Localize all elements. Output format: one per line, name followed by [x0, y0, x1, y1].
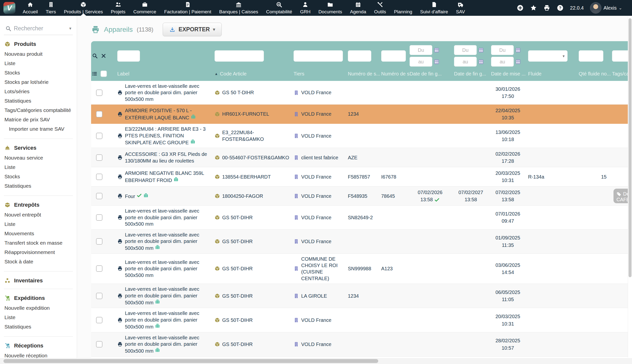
sidebar-item-nouveau-service[interactable]: Nouveau service [0, 153, 77, 162]
code-cell[interactable]: GS 50T-DIHR [214, 293, 293, 299]
sidebar-item-importer-une-trame-sav[interactable]: Importer une trame SAV [0, 124, 77, 134]
code-cell[interactable]: GS 50T-DIHR [214, 341, 293, 348]
table-row[interactable]: Four 18004250-FAGORVOLD FranceF548935786… [91, 186, 632, 206]
nav-item-sav[interactable]: SAV [452, 0, 469, 16]
row-checkbox[interactable] [96, 238, 102, 245]
filter-tiers-input[interactable] [293, 50, 343, 62]
nav-item-outils[interactable]: Outils [370, 0, 390, 16]
filter-commissioning-date-to-input[interactable] [491, 57, 514, 66]
app-logo[interactable]: V [4, 2, 15, 14]
nav-item-suivi-d-affaire[interactable]: Suivi d'affaire [416, 0, 452, 16]
label-cell[interactable]: ACCESSOIRE : G3 XR FSL Pieds de 130/180M… [111, 151, 214, 164]
filter-label-input[interactable] [117, 50, 140, 62]
label-cell[interactable]: Lave-verres et lave-vaisselle avec porte… [111, 83, 214, 102]
table-row[interactable]: Lave-verres et lave-vaisselle avec porte… [91, 206, 632, 229]
nav-item-accueil[interactable]: Accueil [19, 0, 42, 16]
tiers-cell[interactable]: VOLD France [293, 238, 348, 245]
code-cell[interactable]: E3_222MU84-FOSTER&GAMKO [214, 129, 293, 142]
label-cell[interactable]: Lave-verres et lave-vaisselle avec porte… [111, 334, 214, 354]
datepicker-icon[interactable] [434, 59, 439, 64]
label-cell[interactable]: E3/222MU84 : ARRIERE BAR E3 - 3 PTES PLE… [111, 126, 214, 146]
column-header-label[interactable]: Label [111, 71, 214, 77]
nav-item-planning[interactable]: Planning [390, 0, 416, 16]
label-cell[interactable]: Four [111, 192, 214, 200]
sidebar-item-liste[interactable]: Liste [0, 220, 77, 229]
filter-serial2-input[interactable] [381, 50, 406, 62]
sidebar-section-entrepots[interactable]: Entrepôts [5, 202, 72, 208]
column-header-numero-de-s[interactable]: Numéro de s... [348, 71, 381, 77]
row-checkbox[interactable] [96, 193, 102, 199]
column-header-qte-fluide-no[interactable]: Qté fluide no... [579, 71, 612, 77]
label-cell[interactable]: Lave-verres et lave-vaisselle avec porte… [111, 259, 214, 278]
code-cell[interactable]: GS 50T-DIHR [214, 238, 293, 245]
table-row[interactable]: Lave-verres et lave-vaisselle avec porte… [91, 332, 632, 356]
nav-item-banques-caisses[interactable]: Banques | Caisses [215, 0, 262, 16]
label-cell[interactable]: Lave-verres et lave-vaisselle avec porte… [111, 232, 214, 252]
sidebar-section-services[interactable]: Services [5, 145, 72, 151]
datepicker-icon[interactable] [478, 59, 484, 64]
nav-item-agenda[interactable]: Agenda [346, 0, 370, 16]
nav-item-tiers[interactable]: Tiers [42, 0, 60, 16]
horizontal-scrollbar-thumb[interactable] [4, 359, 378, 363]
sidebar-item-liste[interactable]: Liste [0, 162, 77, 172]
row-checkbox[interactable] [96, 133, 102, 139]
table-row[interactable]: ARMOIRE NEGATIVE BLANC 359L EBERHARDT FR… [91, 167, 632, 186]
table-row[interactable]: ACCESSOIRE : G3 XR FSL Pieds de 130/180M… [91, 148, 632, 167]
column-header-code-article[interactable]: ▲Code Article [214, 71, 293, 77]
filter-warranty-end-1-to-input[interactable] [410, 57, 432, 66]
sidebar-item-stocks[interactable]: Stocks [0, 172, 77, 181]
row-checkbox[interactable] [96, 174, 102, 180]
sidebar-section-inventaires[interactable]: Inventaires [5, 278, 72, 284]
label-cell[interactable]: Lave-verres et lave-vaisselle avec porte… [111, 286, 214, 306]
clear-filter-icon[interactable] [101, 53, 106, 59]
column-header-numero-de-s[interactable]: Numéro de s... [381, 71, 410, 77]
sidebar-item-stock-a-date[interactable]: Stock à date [0, 257, 77, 266]
sidebar-item-nouvelle-reception[interactable]: Nouvelle réception [0, 351, 77, 358]
label-cell[interactable]: Lave-verres et lave-vaisselle avec porte… [111, 310, 214, 330]
filter-warranty-end-2-from-input[interactable] [454, 45, 477, 55]
code-cell[interactable]: 00-554607-FOSTER&GAMKO [214, 154, 293, 161]
select-all-checkbox[interactable] [101, 70, 107, 77]
sidebar-item-statistiques[interactable]: Statistiques [0, 322, 77, 332]
filter-warranty-end-2-to-input[interactable] [454, 57, 477, 66]
nav-item-grh[interactable]: GRH [296, 0, 314, 16]
user-menu[interactable]: Alexis ⌄ [590, 2, 622, 14]
search-dropdown-icon[interactable]: ▾ [69, 26, 71, 31]
filter-serial1-input[interactable] [348, 50, 371, 62]
nav-item-comptabilite[interactable]: Comptabilité [262, 0, 296, 16]
code-cell[interactable]: GS 50T-DIHR [214, 317, 293, 323]
table-row[interactable]: Lave-verres et lave-vaisselle avec porte… [91, 254, 632, 284]
table-row[interactable]: Lave-verres et lave-vaisselle avec porte… [91, 230, 632, 254]
filter-code-input[interactable] [214, 50, 264, 62]
code-cell[interactable]: 138554-EBERHARDT [214, 174, 293, 180]
star-icon[interactable] [530, 4, 537, 11]
row-checkbox[interactable] [96, 90, 102, 96]
table-row[interactable]: Lave-verres et lave-vaisselle avec porte… [91, 308, 632, 332]
sidebar-item-nouvel-entrepot[interactable]: Nouvel entrepôt [0, 210, 77, 220]
datepicker-icon[interactable] [434, 48, 439, 53]
page-title[interactable]: Appareils [104, 26, 133, 34]
add-circle-icon[interactable] [517, 4, 524, 11]
datepicker-icon[interactable] [478, 48, 484, 53]
table-row[interactable]: Lave-verres et lave-vaisselle avec porte… [91, 81, 632, 104]
column-header-date-de-fin-g[interactable]: Date de fin g... [454, 71, 491, 77]
tiers-cell[interactable]: VOLD France [293, 89, 348, 96]
print-icon[interactable] [543, 4, 550, 11]
table-row[interactable]: Lave-verres et lave-vaisselle avec porte… [91, 284, 632, 308]
tiers-cell[interactable]: VOLD France [293, 341, 348, 348]
label-cell[interactable]: ARMOIRE POSITIVE - 570 L - EXTÉRIEUR LAQ… [111, 107, 214, 121]
tiers-cell[interactable]: VOLD France [293, 193, 348, 199]
horizontal-scrollbar[interactable] [0, 358, 632, 364]
apply-filter-icon[interactable] [92, 53, 98, 59]
label-cell[interactable]: Lave-verres et lave-vaisselle avec porte… [111, 208, 214, 227]
tiers-cell[interactable]: VOLD France [293, 133, 348, 139]
tiers-cell[interactable]: VOLD France [293, 317, 348, 323]
export-button[interactable]: EXPORTER ▾ [163, 23, 222, 36]
sidebar-item-statistiques[interactable]: Statistiques [0, 96, 77, 106]
datepicker-icon[interactable] [515, 48, 521, 53]
row-checkbox[interactable] [96, 214, 102, 221]
row-checkbox[interactable] [96, 265, 102, 272]
row-checkbox[interactable] [96, 111, 102, 118]
table-row[interactable]: ARMOIRE POSITIVE - 570 L - EXTÉRIEUR LAQ… [91, 104, 632, 124]
sidebar-section-expeditions[interactable]: Expéditions [5, 295, 72, 301]
